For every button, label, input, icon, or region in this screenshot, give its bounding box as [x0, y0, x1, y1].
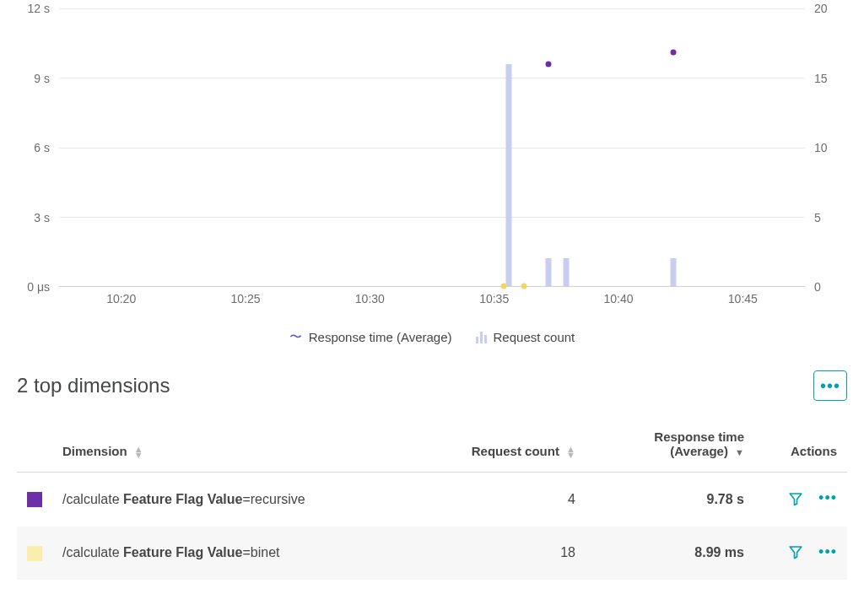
request-count-cell: 18 — [459, 527, 586, 581]
bar-series-icon — [476, 332, 487, 343]
chart-legend: 〜 Response time (Average) Request count — [17, 329, 847, 345]
y-right-tick-label: 0 — [814, 280, 821, 294]
row-more-icon[interactable]: ••• — [818, 489, 837, 507]
sort-desc-icon: ▼ — [735, 447, 744, 457]
request-count-cell: 4 — [459, 473, 586, 527]
y-left-tick-label: 9 s — [34, 72, 50, 85]
x-tick-label: 10:20 — [106, 292, 136, 305]
bar-point[interactable] — [506, 64, 512, 286]
y-right-tick-label: 5 — [814, 211, 821, 224]
y-axis-right: 05101520 — [809, 8, 847, 287]
bar-point[interactable] — [670, 258, 676, 286]
section-header: 2 top dimensions ••• — [17, 370, 847, 401]
bar-point[interactable] — [546, 258, 552, 286]
chart-area: 0 μs3 s6 s9 s12 s 05101520 10:2010:2510:… — [17, 8, 847, 312]
svg-marker-0 — [790, 494, 802, 505]
scatter-point[interactable] — [670, 50, 676, 56]
col-dimension[interactable]: Dimension ▲▼ — [52, 421, 459, 473]
legend-item-response-time[interactable]: 〜 Response time (Average) — [289, 329, 452, 345]
scatter-point[interactable] — [546, 61, 552, 67]
legend-item-request-count[interactable]: Request count — [476, 329, 575, 345]
legend-label: Response time (Average) — [309, 330, 452, 344]
row-more-icon[interactable]: ••• — [818, 543, 837, 561]
actions-cell: ••• — [754, 527, 847, 581]
response-time-cell: 8.99 ms — [586, 527, 754, 581]
response-time-cell: 9.78 s — [586, 473, 754, 527]
y-axis-left: 0 μs3 s6 s9 s12 s — [17, 8, 55, 287]
bar-point[interactable] — [564, 258, 570, 286]
table-row[interactable]: /calculate Feature Flag Value=binet188.9… — [17, 527, 847, 581]
sort-icon: ▲▼ — [134, 446, 143, 458]
x-tick-label: 10:30 — [355, 292, 385, 305]
dimension-cell: /calculate Feature Flag Value=recursive — [52, 473, 459, 527]
y-right-tick-label: 10 — [814, 141, 828, 154]
col-response-time[interactable]: Response time (Average) ▼ — [586, 421, 754, 473]
sort-icon: ▲▼ — [566, 446, 575, 458]
col-request-count[interactable]: Request count ▲▼ — [459, 421, 586, 473]
svg-marker-1 — [790, 547, 802, 559]
color-swatch — [27, 546, 42, 561]
section-title: 2 top dimensions — [17, 374, 170, 397]
y-left-tick-label: 6 s — [34, 141, 50, 154]
y-right-tick-label: 15 — [814, 72, 828, 85]
x-axis: 10:2010:2510:3010:3510:4010:45 — [59, 289, 805, 305]
line-series-icon: 〜 — [289, 329, 302, 345]
col-actions: Actions — [754, 421, 847, 473]
filter-icon[interactable] — [788, 544, 803, 559]
dimension-cell: /calculate Feature Flag Value=binet — [52, 527, 459, 581]
x-tick-label: 10:35 — [479, 292, 509, 305]
y-left-tick-label: 0 μs — [27, 280, 50, 294]
x-tick-label: 10:40 — [603, 292, 633, 305]
legend-label: Request count — [494, 330, 575, 344]
x-tick-label: 10:25 — [230, 292, 260, 305]
dimensions-table: Dimension ▲▼ Request count ▲▼ Response t… — [17, 421, 847, 580]
color-swatch — [27, 492, 42, 507]
y-left-tick-label: 3 s — [34, 211, 50, 224]
x-tick-label: 10:45 — [728, 292, 758, 305]
more-options-button[interactable]: ••• — [813, 370, 847, 401]
y-left-tick-label: 12 s — [28, 2, 50, 15]
plot-region[interactable] — [59, 8, 805, 287]
actions-cell: ••• — [754, 473, 847, 527]
table-row[interactable]: /calculate Feature Flag Value=recursive4… — [17, 473, 847, 527]
filter-icon[interactable] — [788, 491, 803, 506]
y-right-tick-label: 20 — [814, 2, 828, 15]
